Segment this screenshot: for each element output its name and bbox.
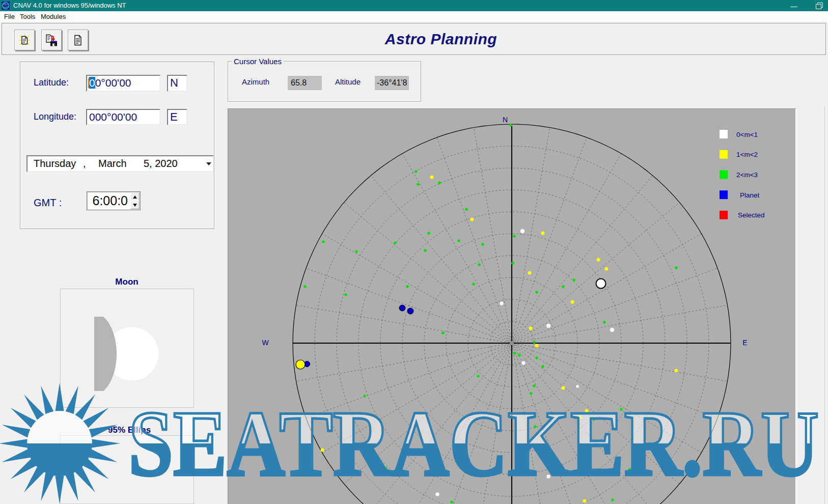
latitude-input[interactable]: 00°00'00 <box>86 75 160 92</box>
star-yellow <box>535 344 539 348</box>
new-document-button[interactable] <box>14 30 35 50</box>
cursor-center-mark <box>510 341 514 345</box>
star-green <box>477 263 481 266</box>
star-green <box>321 240 325 243</box>
star-green <box>603 448 607 452</box>
cursor-values-panel: Cursor Values Azimuth 65.8 Altitude -36°… <box>228 61 421 102</box>
star-yellow <box>528 271 532 275</box>
star-green <box>592 417 595 421</box>
app-globe-icon <box>2 2 10 10</box>
star-white <box>500 301 504 305</box>
menu-bar: File Tools Modules <box>0 11 828 22</box>
azimuth-gridline <box>512 305 727 343</box>
legend-label: 1<m<2 <box>736 151 758 158</box>
date-dropdown-button[interactable] <box>205 157 212 171</box>
longitude-value: 000°00'00 <box>87 110 159 124</box>
toolbar: Astro Planning <box>2 23 826 55</box>
azimuth-gridline <box>512 343 550 504</box>
star-white <box>521 361 526 365</box>
spin-down-button[interactable] <box>130 201 140 209</box>
gmt-time-input[interactable]: 6:00:0 <box>87 191 141 210</box>
star-green <box>441 331 445 334</box>
star-green <box>405 285 409 288</box>
star-green <box>450 500 453 503</box>
report-document-icon <box>71 33 85 47</box>
legend-label: 2<m<3 <box>736 171 758 179</box>
star-green <box>303 285 307 288</box>
bottom-info-box <box>60 435 194 504</box>
menu-file[interactable]: File <box>4 11 15 22</box>
menu-tools[interactable]: Tools <box>20 11 35 22</box>
star-green <box>354 249 358 253</box>
azimuth-gridline <box>344 203 512 343</box>
star-green <box>535 290 538 294</box>
gmt-spinner <box>130 192 140 209</box>
azimuth-label: Azimuth <box>242 77 269 86</box>
moon-illumination-label: 95% Ellips <box>108 425 151 435</box>
azimuth-gridline <box>512 203 679 343</box>
azimuth-value: 65.8 <box>288 76 322 90</box>
star-green <box>457 239 460 242</box>
azimuth-gridline <box>371 343 512 504</box>
star-green <box>384 466 388 470</box>
report-document-button[interactable] <box>68 30 88 50</box>
star-green <box>529 391 533 395</box>
star-white <box>546 324 551 328</box>
star-white <box>546 474 550 479</box>
star-green <box>561 285 565 288</box>
star-green <box>532 384 536 387</box>
legend-swatch <box>720 190 728 199</box>
longitude-hemisphere-input[interactable]: E <box>167 109 187 125</box>
star-green <box>611 498 614 501</box>
window-right-border <box>824 106 825 504</box>
restore-icon[interactable] <box>816 3 823 9</box>
legend-label: Planet <box>740 191 760 199</box>
gmt-value: 6:00:0 <box>92 193 128 208</box>
star-white <box>435 492 439 496</box>
chevron-down-icon <box>206 162 211 165</box>
altitude-label: Altitude <box>335 77 361 86</box>
star-green <box>619 407 623 411</box>
legend-label: Selected <box>738 211 765 219</box>
star-yellow <box>605 267 609 271</box>
date-day-year: 5, 2020 <box>144 157 178 170</box>
menu-modules[interactable]: Modules <box>41 11 66 22</box>
longitude-input[interactable]: 000°00'00 <box>86 109 160 125</box>
date-weekday: Thursday <box>34 157 76 170</box>
legend-swatch <box>720 211 728 219</box>
star-green <box>572 278 575 282</box>
star-green <box>535 356 538 359</box>
altitude-value: -36°41'8 <box>375 76 409 90</box>
azimuth-gridline <box>402 343 512 504</box>
window-title: CNAV 4.0 for windows 95/windows NT <box>13 0 126 11</box>
compass-east-label: E <box>742 339 747 347</box>
date-combobox[interactable]: Thursday , March 5, 2020 <box>26 155 214 172</box>
star-yellow <box>541 232 545 235</box>
spin-up-button[interactable] <box>130 192 140 201</box>
latitude-hemisphere-value: N <box>168 76 186 90</box>
star-yellow <box>578 415 582 419</box>
compass-west-label: W <box>262 339 269 347</box>
gmt-label: GMT : <box>34 197 62 209</box>
star-yellow <box>529 327 533 330</box>
azimuth-gridline <box>512 234 701 343</box>
star-green <box>344 293 347 296</box>
star-green <box>476 374 480 378</box>
sky-chart-panel[interactable]: NWE0<m<11<m<22<m<3PlanetSelected <box>228 108 796 504</box>
legend-label: 0<m<1 <box>736 131 758 138</box>
triangle-down-icon <box>133 204 137 207</box>
bright-yellow-body <box>296 360 305 369</box>
star-yellow <box>597 258 600 262</box>
star-green <box>517 353 521 357</box>
bright-white-body <box>596 279 606 289</box>
minimize-icon[interactable] <box>790 7 797 7</box>
latitude-hemisphere-input[interactable]: N <box>167 75 187 92</box>
moon-title: Moon <box>115 277 138 287</box>
save-document-button[interactable] <box>41 30 62 50</box>
azimuth-gridline <box>512 343 652 504</box>
star-yellow <box>571 300 574 304</box>
star-yellow <box>675 369 678 373</box>
star-green <box>481 242 484 246</box>
azimuth-gridline <box>512 343 621 504</box>
sky-chart: NWE0<m<11<m<22<m<3PlanetSelected <box>228 109 795 504</box>
